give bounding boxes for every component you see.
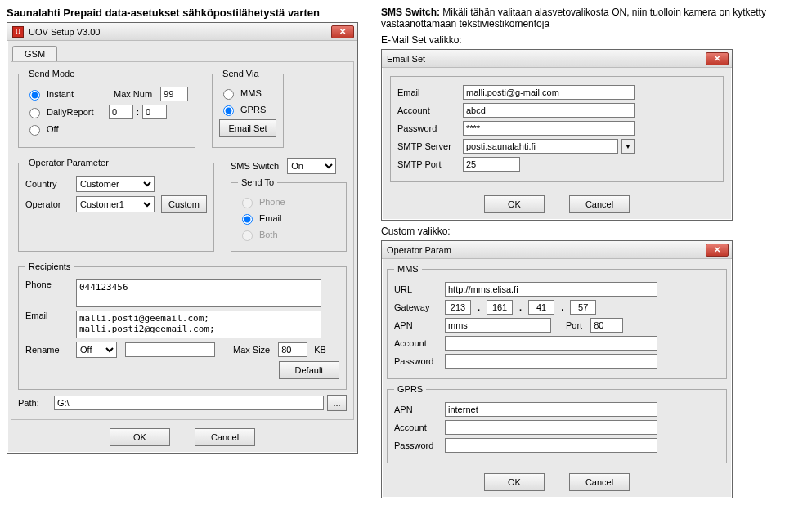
label-gprs-account: Account <box>394 422 442 432</box>
input-mms-password[interactable] <box>445 354 657 369</box>
ok-button[interactable]: OK <box>110 428 170 446</box>
browse-button[interactable]: ... <box>327 395 347 411</box>
group-send-to: Send To Phone Email Both <box>231 177 347 252</box>
radio-sendto-email[interactable] <box>242 214 253 225</box>
label-es-password: Password <box>397 123 460 133</box>
label-mms-password: Password <box>394 356 442 366</box>
close-icon[interactable]: ✕ <box>706 244 729 257</box>
cancel-button[interactable]: Cancel <box>569 473 630 491</box>
label-es-account: Account <box>397 105 460 115</box>
tab-gsm[interactable]: GSM <box>12 46 57 61</box>
label-sendto-email: Email <box>259 213 282 223</box>
textarea-phone[interactable]: 044123456 <box>76 279 321 307</box>
input-path[interactable] <box>54 396 324 410</box>
input-gateway-0[interactable] <box>445 300 471 315</box>
label-gprs-apn: APN <box>394 405 442 414</box>
legend-send-to: Send To <box>238 177 277 187</box>
label-mms-account: Account <box>394 338 442 348</box>
group-operator-parameter: Operator Parameter Country Customer Oper… <box>18 158 214 252</box>
label-instant: Instant <box>47 89 105 99</box>
input-es-password[interactable] <box>463 121 635 136</box>
input-gprs-apn[interactable] <box>445 402 657 417</box>
label-gateway: Gateway <box>394 302 442 312</box>
radio-off[interactable] <box>29 125 40 136</box>
label-kb: KB <box>314 345 326 355</box>
legend-send-via: Send Via <box>219 69 262 78</box>
uov-title: UOV Setup V3.00 <box>29 27 331 37</box>
caption-custom: Custom valikko: <box>381 226 778 237</box>
group-send-via: Send Via MMS GPRS Email Set <box>212 69 284 148</box>
radio-gprs[interactable] <box>223 105 234 116</box>
label-es-email: Email <box>397 87 460 97</box>
ok-button[interactable]: OK <box>484 473 545 491</box>
label-es-smtp-port: SMTP Port <box>397 159 460 169</box>
input-max-num[interactable] <box>160 87 188 101</box>
input-es-account[interactable] <box>463 103 635 118</box>
input-gateway-2[interactable] <box>528 300 554 315</box>
cancel-button[interactable]: Cancel <box>195 428 255 446</box>
emailset-body: Email Account Password SMTP Server ▼ <box>390 76 724 182</box>
label-max-num: Max Num <box>114 89 152 99</box>
input-daily-h[interactable] <box>109 105 133 119</box>
input-mms-apn[interactable] <box>445 318 551 333</box>
custom-button[interactable]: Custom <box>161 195 207 213</box>
ip-dot: . <box>474 302 483 312</box>
radio-mms[interactable] <box>223 89 234 100</box>
textarea-email[interactable]: malli.posti@geemail.com; malli.posti2@ge… <box>76 311 321 338</box>
legend-gprs: GPRS <box>394 384 426 394</box>
select-country[interactable]: Customer <box>76 176 155 192</box>
input-es-smtp-port[interactable] <box>463 157 520 172</box>
input-es-smtp-server[interactable] <box>463 139 618 154</box>
custom-title: Operator Param <box>387 245 706 255</box>
label-path: Path: <box>18 398 51 408</box>
ok-button[interactable]: OK <box>484 195 545 213</box>
chevron-down-icon[interactable]: ▼ <box>621 139 635 154</box>
input-gprs-password[interactable] <box>445 438 657 453</box>
group-mms: MMS URL Gateway . . . APN <box>387 264 727 379</box>
label-daily-report: DailyReport <box>47 107 105 117</box>
input-gateway-1[interactable] <box>487 300 513 315</box>
input-gprs-account[interactable] <box>445 420 657 435</box>
label-off: Off <box>47 124 58 134</box>
input-mms-account[interactable] <box>445 336 657 351</box>
input-max-size[interactable] <box>278 342 307 357</box>
label-phone: Phone <box>25 279 73 289</box>
select-operator[interactable]: Customer1 <box>76 196 155 212</box>
label-hm-colon: : <box>137 107 139 117</box>
emailset-title: Email Set <box>387 54 706 64</box>
label-mms-port: Port <box>566 320 582 330</box>
label-mms-apn: APN <box>394 320 442 330</box>
caption-email-set: E-Mail Set valikko: <box>381 34 778 46</box>
input-mms-port[interactable] <box>590 318 623 333</box>
label-sendto-both: Both <box>259 230 278 239</box>
input-url[interactable] <box>445 282 657 297</box>
tab-strip: GSM <box>7 41 357 61</box>
close-icon[interactable]: ✕ <box>331 25 354 38</box>
radio-sendto-both <box>242 230 253 241</box>
radio-sendto-phone <box>242 198 253 208</box>
select-rename[interactable]: Off <box>76 342 117 358</box>
group-send-mode: Send Mode Instant Max Num DailyReport : <box>18 69 195 148</box>
custom-titlebar: Operator Param ✕ <box>382 241 732 259</box>
input-daily-m[interactable] <box>142 105 167 119</box>
input-es-email[interactable] <box>463 85 635 100</box>
right-heading-prefix: SMS Switch: <box>381 7 440 18</box>
label-operator: Operator <box>25 199 73 209</box>
close-icon[interactable]: ✕ <box>706 52 729 65</box>
uov-titlebar: U UOV Setup V3.00 ✕ <box>7 23 357 41</box>
default-button[interactable]: Default <box>279 361 339 379</box>
label-max-size: Max Size <box>233 345 270 355</box>
emailset-window: Email Set ✕ Email Account Password SMTP … <box>381 49 733 221</box>
input-gateway-3[interactable] <box>570 300 596 315</box>
radio-instant[interactable] <box>29 90 40 101</box>
email-set-button[interactable]: Email Set <box>219 119 276 137</box>
select-sms-switch[interactable]: On <box>287 158 336 174</box>
label-sms-switch: SMS Switch <box>231 161 279 171</box>
app-icon: U <box>12 26 24 38</box>
cancel-button[interactable]: Cancel <box>569 195 630 213</box>
label-sendto-phone: Phone <box>259 197 285 207</box>
label-rename: Rename <box>25 345 73 355</box>
input-rename-text[interactable] <box>125 342 215 357</box>
radio-daily-report[interactable] <box>29 108 40 118</box>
uov-window: U UOV Setup V3.00 ✕ GSM Send Mode Instan… <box>7 22 358 454</box>
